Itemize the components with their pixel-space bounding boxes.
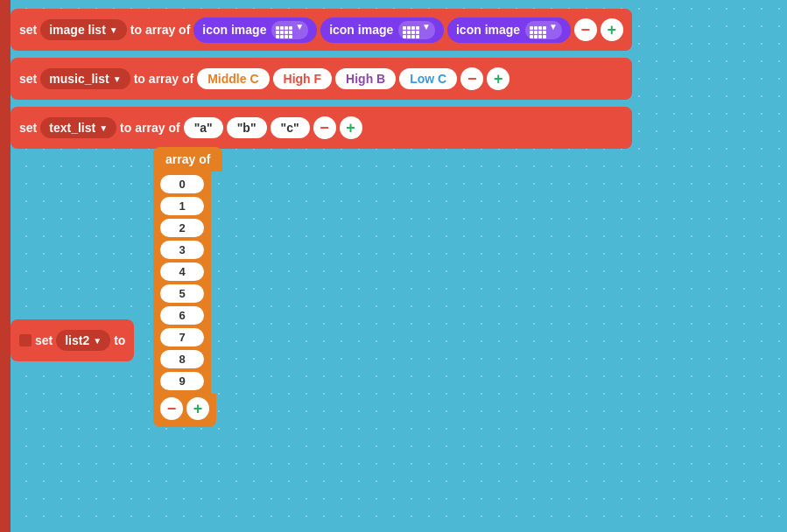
array-of-text: array of	[135, 121, 179, 135]
text-pill-c[interactable]: "c"	[271, 117, 310, 138]
array-dropdown-footer: − +	[153, 394, 216, 427]
number-pill-9[interactable]: 9	[160, 372, 204, 390]
music-list-arrow: ▼	[113, 74, 122, 84]
image-list-plus-btn[interactable]: +	[601, 18, 623, 41]
list2-arrow: ▼	[93, 336, 102, 346]
icon-image-label-1: icon image	[202, 23, 266, 37]
grid-icon-2	[403, 26, 419, 38]
music-list-plus-btn[interactable]: +	[487, 67, 509, 90]
image-list-var[interactable]: image list ▼	[40, 19, 127, 40]
music-pill-middle-c[interactable]: Middle C	[197, 68, 269, 89]
icon-image-pill-2[interactable]: icon image ▼	[320, 18, 444, 43]
set-keyword-list2: set	[35, 333, 53, 347]
music-list-minus-btn[interactable]: −	[460, 67, 483, 90]
array-dropdown-container: array of 0 1 2 3 4 5 6 7 8 9 − +	[153, 147, 222, 427]
list2-row: set list2 ▼ to	[11, 319, 134, 361]
to-keyword-music: to	[134, 72, 145, 86]
icon-image-dropdown-3[interactable]: ▼	[525, 21, 562, 39]
music-list-row: set music_list ▼ to array of Middle C Hi…	[11, 58, 632, 100]
array-dropdown-header: array of	[153, 147, 222, 172]
image-list-row: set image list ▼ to array of icon image …	[11, 9, 632, 51]
to-keyword-text: to	[120, 121, 131, 135]
music-list-var[interactable]: music_list ▼	[40, 68, 130, 89]
number-pill-0[interactable]: 0	[160, 175, 204, 193]
text-list-var-label: text_list	[49, 121, 95, 135]
list2-var-label: list2	[65, 333, 89, 347]
number-pill-4[interactable]: 4	[160, 262, 204, 281]
music-pill-high-f[interactable]: High F	[273, 68, 333, 89]
array-dropdown-plus-btn[interactable]: +	[186, 397, 209, 420]
icon-image-dropdown-1[interactable]: ▼	[271, 21, 308, 39]
text-pill-b[interactable]: "b"	[227, 117, 267, 138]
number-pill-7[interactable]: 7	[160, 328, 204, 346]
array-dropdown-list: 0 1 2 3 4 5 6 7 8 9	[153, 172, 211, 394]
icon-image-pill-3[interactable]: icon image ▼	[447, 18, 571, 43]
number-pill-6[interactable]: 6	[160, 306, 204, 325]
grid-icon-3	[530, 26, 546, 38]
number-pill-2[interactable]: 2	[160, 219, 204, 237]
grid-icon-1	[276, 26, 292, 38]
set-keyword-image: set	[19, 23, 37, 37]
left-sidebar	[0, 0, 11, 532]
text-list-row: set text_list ▼ to array of "a" "b" "c" …	[11, 107, 632, 149]
list2-small-icon	[19, 334, 32, 346]
icon-image-pill-1[interactable]: icon image ▼	[193, 18, 317, 43]
to-keyword-image: to	[130, 23, 142, 37]
array-of-image: array of	[145, 23, 190, 37]
array-of-music: array of	[149, 72, 193, 86]
text-list-var[interactable]: text_list ▼	[40, 117, 116, 138]
number-pill-5[interactable]: 5	[160, 284, 204, 303]
text-pill-a[interactable]: "a"	[184, 117, 223, 138]
set-keyword-text: set	[19, 121, 37, 135]
number-pill-3[interactable]: 3	[160, 241, 204, 259]
number-pill-8[interactable]: 8	[160, 350, 204, 368]
array-dropdown-minus-btn[interactable]: −	[160, 397, 183, 420]
music-pill-high-b[interactable]: High B	[335, 68, 396, 89]
music-pill-low-c[interactable]: Low C	[399, 68, 457, 89]
icon-image-label-2: icon image	[329, 23, 393, 37]
text-list-plus-btn[interactable]: +	[340, 116, 362, 139]
number-pill-1[interactable]: 1	[160, 197, 204, 215]
text-list-minus-btn[interactable]: −	[313, 116, 336, 139]
icon-image-dropdown-2[interactable]: ▼	[398, 21, 435, 39]
set-keyword-music: set	[19, 72, 37, 86]
to-keyword-list2: to	[114, 333, 125, 347]
blocks-area: set image list ▼ to array of icon image …	[11, 9, 632, 149]
image-list-arrow: ▼	[109, 25, 118, 35]
text-list-arrow: ▼	[99, 123, 108, 133]
icon-image-label-3: icon image	[456, 23, 520, 37]
list2-var[interactable]: list2 ▼	[56, 330, 110, 351]
image-list-minus-btn[interactable]: −	[574, 18, 597, 41]
